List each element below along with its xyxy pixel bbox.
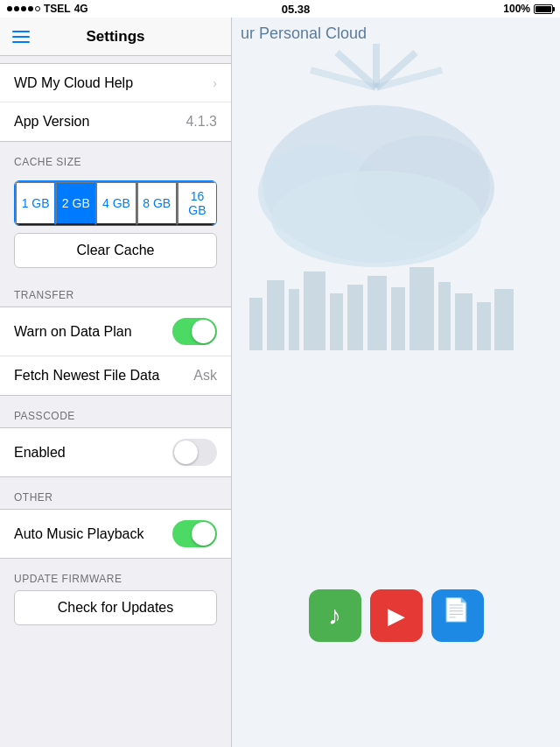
dot2: [14, 6, 19, 11]
toggle-knob: [192, 320, 215, 343]
cloud-panel: ♪ ▶ 📄 ur Personal Cloud: [232, 18, 560, 747]
other-group: OTHER Auto Music Playback: [0, 477, 231, 559]
carrier-label: TSEL: [44, 3, 71, 15]
wdcloud-help-row[interactable]: WD My Cloud Help ›: [0, 64, 231, 102]
app-icons-container: ♪ ▶ 📄: [309, 589, 484, 642]
dot1: [7, 6, 12, 11]
other-list: Auto Music Playback: [0, 509, 231, 559]
svg-rect-9: [249, 298, 262, 350]
transfer-group: TRANSFER Warn on Data Plan Fetch Newest …: [0, 275, 231, 396]
transfer-section-header: TRANSFER: [0, 275, 231, 307]
music-icon-symbol: ♪: [328, 601, 341, 631]
battery-fill: [536, 6, 551, 12]
auto-music-toggle[interactable]: [172, 520, 217, 547]
network-label: 4G: [74, 3, 88, 15]
cache-16gb-button[interactable]: 16 GB: [177, 181, 216, 225]
settings-content: WD My Cloud Help › App Version 4.1.3 CAC…: [0, 56, 231, 747]
docs-icon-symbol: 📄: [442, 596, 470, 624]
auto-music-knob: [192, 522, 215, 546]
cloud-content: ♪ ▶ 📄 ur Personal Cloud: [232, 18, 560, 747]
status-left: TSEL 4G: [7, 3, 88, 15]
cache-section-header: CACHE SIZE: [0, 142, 231, 173]
svg-rect-17: [410, 267, 434, 350]
hamburger-line1: [12, 31, 30, 32]
svg-rect-14: [347, 285, 363, 350]
svg-rect-15: [368, 276, 387, 350]
battery-percent: 100%: [503, 3, 530, 15]
app-info-group: WD My Cloud Help › App Version 4.1.3: [0, 56, 231, 142]
clear-cache-button[interactable]: Clear Cache: [14, 233, 217, 268]
passcode-toggle-knob: [174, 440, 198, 464]
svg-rect-16: [391, 287, 405, 350]
firmware-section-header: UPDATE FIRMWARE: [0, 559, 231, 590]
auto-music-row: Auto Music Playback: [0, 510, 231, 558]
spacer1: [0, 56, 231, 63]
warn-data-plan-row: Warn on Data Plan: [0, 307, 231, 356]
passcode-section-header: PASSCODE: [0, 396, 231, 427]
cache-section: 1 GB 2 GB 4 GB 8 GB 16 GB Clear Cache: [0, 180, 231, 275]
passcode-group: PASSCODE Enabled: [0, 396, 231, 477]
svg-rect-18: [438, 282, 451, 350]
svg-rect-19: [455, 293, 472, 350]
dot4: [28, 6, 33, 11]
chevron-icon: ›: [213, 76, 217, 90]
svg-point-3: [271, 171, 481, 267]
hamburger-line2: [12, 36, 30, 38]
settings-title: Settings: [86, 28, 144, 46]
svg-rect-20: [477, 302, 491, 350]
fetch-newest-label: Fetch Newest File Data: [14, 368, 159, 384]
wdcloud-help-label: WD My Cloud Help: [14, 75, 133, 91]
video-icon-symbol: ▶: [388, 603, 405, 630]
hamburger-line3: [12, 41, 30, 43]
passcode-enabled-label: Enabled: [14, 445, 66, 461]
cache-1gb-button[interactable]: 1 GB: [15, 181, 55, 225]
signal-dots: [7, 6, 40, 11]
hamburger-button[interactable]: [12, 31, 30, 43]
svg-rect-10: [267, 280, 284, 350]
app-version-row: App Version 4.1.3: [0, 102, 231, 141]
dot5: [35, 6, 40, 11]
warn-data-plan-label: Warn on Data Plan: [14, 324, 132, 340]
cache-8gb-button[interactable]: 8 GB: [136, 181, 177, 225]
svg-rect-21: [494, 289, 514, 350]
passcode-enabled-row: Enabled: [0, 428, 231, 476]
firmware-section: Check for Updates: [0, 590, 231, 632]
firmware-group: UPDATE FIRMWARE Check for Updates: [0, 559, 231, 632]
cache-4gb-button[interactable]: 4 GB: [95, 181, 136, 225]
svg-rect-11: [289, 289, 299, 350]
battery-icon: [534, 4, 553, 14]
app-info-list: WD My Cloud Help › App Version 4.1.3: [0, 63, 231, 142]
warn-data-plan-toggle[interactable]: [172, 318, 217, 345]
settings-header: Settings: [0, 18, 231, 56]
time-label: 05.38: [282, 3, 311, 16]
status-right: 100%: [503, 3, 553, 15]
check-updates-button[interactable]: Check for Updates: [14, 590, 217, 625]
passcode-list: Enabled: [0, 427, 231, 477]
cloud-illustration: [232, 44, 521, 377]
app-version-label: App Version: [14, 114, 89, 130]
auto-music-label: Auto Music Playback: [14, 526, 144, 542]
music-app-icon: ♪: [309, 589, 361, 642]
svg-rect-13: [330, 293, 343, 350]
cloud-panel-title: ur Personal Cloud: [241, 25, 367, 43]
docs-app-icon: 📄: [431, 589, 484, 642]
cache-2gb-button[interactable]: 2 GB: [55, 181, 95, 225]
settings-panel: Settings WD My Cloud Help › App Version …: [0, 18, 232, 747]
cache-size-buttons: 1 GB 2 GB 4 GB 8 GB 16 GB: [14, 180, 217, 226]
app-version-value: 4.1.3: [186, 114, 217, 130]
status-bar: TSEL 4G 05.38 100%: [0, 0, 560, 18]
video-app-icon: ▶: [370, 589, 423, 642]
transfer-list: Warn on Data Plan Fetch Newest File Data…: [0, 307, 231, 396]
fetch-newest-value: Ask: [193, 368, 217, 384]
fetch-newest-row[interactable]: Fetch Newest File Data Ask: [0, 356, 231, 395]
svg-rect-12: [304, 271, 326, 350]
other-section-header: OTHER: [0, 477, 231, 509]
cache-group: CACHE SIZE 1 GB 2 GB 4 GB 8 GB 16 GB Cle…: [0, 142, 231, 275]
passcode-toggle[interactable]: [172, 439, 217, 466]
dot3: [21, 6, 26, 11]
